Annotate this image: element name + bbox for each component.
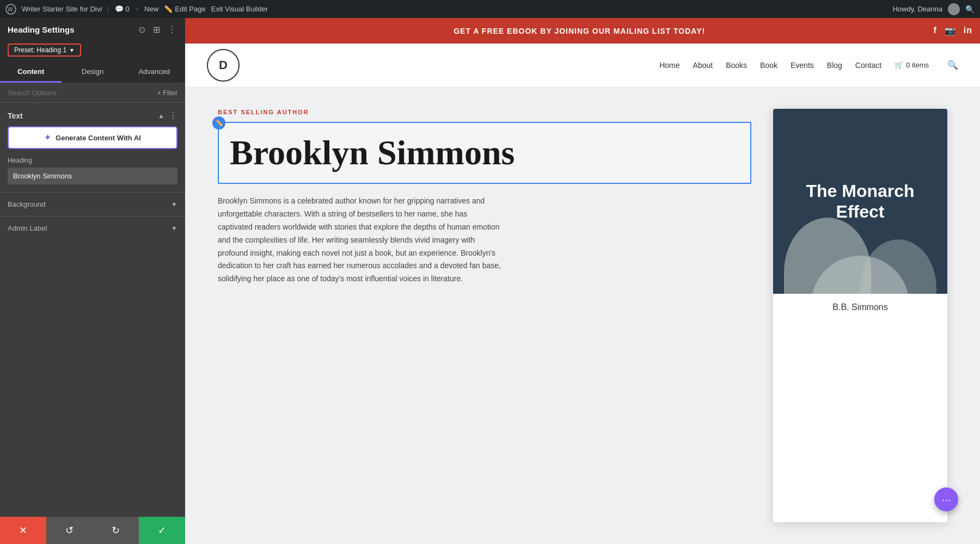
site-nav: D Home About Books Book Events Blog Cont… — [185, 44, 980, 87]
wp-bar-left: W Writer Starter Site for Divi | 💬 0 + N… — [5, 4, 268, 15]
heading-input[interactable] — [8, 168, 177, 184]
heading-field-group: Heading — [0, 157, 185, 192]
filter-label: + Filter — [157, 89, 177, 97]
sidebar-icon-2[interactable]: ⊞ — [152, 23, 161, 36]
banner-social: f 📷 in — [933, 26, 972, 36]
svg-text:W: W — [8, 7, 13, 13]
cancel-button[interactable]: ✕ — [0, 517, 46, 544]
background-section-header[interactable]: Background ▼ — [0, 193, 185, 216]
text-section-header[interactable]: Text ▲ ⋮ — [0, 103, 185, 126]
sidebar-icon-3[interactable]: ⋮ — [167, 23, 177, 36]
text-section-collapse-icon: ▲ — [158, 112, 164, 120]
cart-count: 0 items — [906, 61, 929, 69]
undo-icon: ↺ — [65, 524, 74, 536]
background-section: Background ▼ — [0, 192, 185, 216]
comment-count: 0 — [126, 5, 130, 13]
tab-advanced[interactable]: Advanced — [124, 62, 185, 83]
sidebar-icon-1[interactable]: ⊙ — [137, 23, 146, 36]
confirm-button[interactable]: ✓ — [139, 517, 185, 544]
book-card: The Monarch Effect B.B. Simmons — [773, 109, 947, 522]
preset-row: Preset: Heading 1 ▼ — [0, 41, 185, 62]
nav-home[interactable]: Home — [659, 61, 679, 70]
book-title: The Monarch Effect — [773, 170, 947, 233]
sidebar-title: Heading Settings — [8, 25, 75, 34]
ai-generate-button[interactable]: ✦ Generate Content With AI — [8, 126, 177, 149]
undo-button[interactable]: ↺ — [46, 517, 93, 544]
book-cover: The Monarch Effect — [773, 109, 947, 294]
admin-label-chevron-icon: ▼ — [171, 225, 177, 232]
sidebar-bottom-bar: ✕ ↺ ↻ ✓ — [0, 517, 185, 544]
nav-search-icon[interactable]: 🔍 — [947, 60, 958, 70]
sidebar-content: Text ▲ ⋮ ✦ Generate Content With AI Head… — [0, 103, 185, 517]
nav-events[interactable]: Events — [791, 61, 814, 70]
admin-label-section: Admin Label ▼ — [0, 216, 185, 240]
edit-indicator: ✏️ — [212, 116, 225, 129]
content-area: GET A FREE EBOOK BY JOINING OUR MAILING … — [185, 18, 980, 544]
filter-button[interactable]: + Filter — [157, 89, 177, 97]
nav-books[interactable]: Books — [726, 61, 747, 70]
heading-field-label: Heading — [8, 157, 177, 164]
wp-edit-page-link[interactable]: ✏️ Edit Page — [164, 5, 205, 13]
site-logo: D — [207, 49, 240, 82]
banner-text: GET A FREE EBOOK BY JOINING OUR MAILING … — [454, 27, 705, 35]
admin-label-section-title: Admin Label — [8, 224, 47, 232]
text-section-menu-icon[interactable]: ⋮ — [169, 110, 177, 121]
admin-label-section-header[interactable]: Admin Label ▼ — [0, 217, 185, 240]
redo-icon: ↻ — [112, 524, 120, 536]
nav-cart[interactable]: 🛒 0 items — [895, 61, 929, 69]
facebook-icon[interactable]: f — [933, 26, 936, 36]
redo-button[interactable]: ↻ — [93, 517, 139, 544]
nav-book[interactable]: Book — [760, 61, 777, 70]
best-selling-label: BEST SELLING AUTHOR — [218, 109, 751, 115]
preset-button[interactable]: Preset: Heading 1 ▼ — [8, 44, 81, 57]
nav-blog[interactable]: Blog — [827, 61, 842, 70]
nav-links: Home About Books Book Events Blog Contac… — [659, 60, 958, 70]
fab-icon: ··· — [942, 493, 951, 506]
fab-button[interactable]: ··· — [934, 487, 958, 511]
page-heading: Brooklyn Simmons — [230, 134, 739, 172]
background-section-title: Background — [8, 200, 45, 208]
main-layout: Heading Settings ⊙ ⊞ ⋮ Preset: Heading 1… — [0, 18, 980, 544]
wp-search-icon[interactable]: 🔍 — [965, 5, 975, 14]
ai-button-label: Generate Content With AI — [56, 134, 141, 142]
tab-design[interactable]: Design — [62, 62, 123, 83]
background-chevron-icon: ▼ — [171, 201, 177, 208]
nav-about[interactable]: About — [693, 61, 713, 70]
author-bio: Brooklyn Simmons is a celebrated author … — [218, 195, 501, 286]
nav-contact[interactable]: Contact — [855, 61, 881, 70]
text-section-title: Text — [8, 112, 23, 120]
sidebar-tabs: Content Design Advanced — [0, 62, 185, 83]
user-avatar — [948, 3, 960, 15]
book-author: B.B. Simmons — [773, 294, 947, 321]
instagram-icon[interactable]: 📷 — [945, 26, 956, 36]
wp-new-link[interactable]: New — [144, 5, 158, 13]
linkedin-icon[interactable]: in — [964, 26, 972, 36]
wp-logo-icon[interactable]: W — [5, 4, 16, 15]
search-options-input[interactable] — [8, 89, 153, 97]
hero-section: BEST SELLING AUTHOR ✏️ Brooklyn Simmons … — [218, 109, 751, 522]
wp-admin-bar: W Writer Starter Site for Divi | 💬 0 + N… — [0, 0, 980, 18]
confirm-icon: ✓ — [158, 524, 166, 536]
tab-content[interactable]: Content — [0, 62, 62, 83]
site-banner: GET A FREE EBOOK BY JOINING OUR MAILING … — [185, 18, 980, 44]
wp-site-name[interactable]: Writer Starter Site for Divi — [22, 5, 102, 13]
sidebar-header: Heading Settings ⊙ ⊞ ⋮ — [0, 18, 185, 41]
wp-bar-right: Howdy, Deanna 🔍 — [892, 3, 975, 15]
preset-label: Preset: Heading 1 — [14, 46, 66, 54]
ai-icon: ✦ — [44, 133, 51, 143]
heading-box[interactable]: ✏️ Brooklyn Simmons — [218, 122, 751, 184]
wp-comment-icon[interactable]: 💬 0 — [115, 5, 130, 13]
preset-chevron-icon: ▼ — [69, 47, 75, 53]
wp-howdy: Howdy, Deanna — [892, 5, 942, 13]
sidebar: Heading Settings ⊙ ⊞ ⋮ Preset: Heading 1… — [0, 18, 185, 544]
wp-exit-builder-link[interactable]: Exit Visual Builder — [211, 5, 268, 13]
sidebar-header-icons: ⊙ ⊞ ⋮ — [137, 23, 177, 36]
sidebar-search-row: + Filter — [0, 83, 185, 103]
page-content: BEST SELLING AUTHOR ✏️ Brooklyn Simmons … — [185, 87, 980, 544]
cancel-icon: ✕ — [19, 524, 27, 536]
